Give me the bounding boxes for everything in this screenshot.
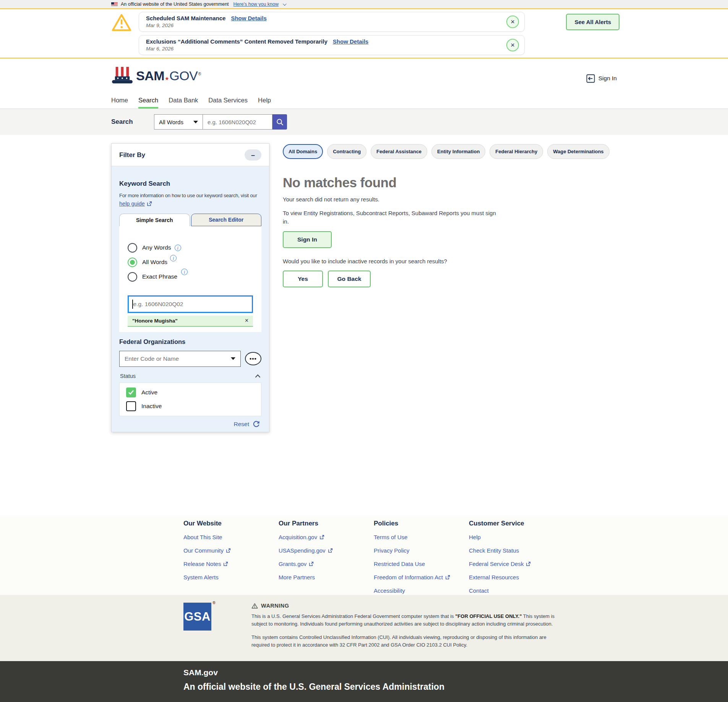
remove-tag-button[interactable]: ×: [245, 317, 248, 324]
pill-federal-hierarchy[interactable]: Federal Hierarchy: [490, 144, 543, 159]
nav-help[interactable]: Help: [258, 97, 271, 109]
warning-triangle-icon: [111, 12, 139, 55]
filter-by-title: Filter By: [119, 151, 145, 159]
tab-search-editor[interactable]: Search Editor: [191, 214, 262, 226]
chevron-down-icon: [283, 2, 287, 6]
gsa-logo: GSA®: [183, 603, 211, 631]
radio-circle[interactable]: [128, 272, 137, 282]
footer-link-foia[interactable]: Freedom of Information Act: [374, 574, 469, 580]
nav-data-bank[interactable]: Data Bank: [169, 97, 198, 109]
alert-close-button[interactable]: ×: [506, 16, 519, 28]
external-link-icon: [147, 201, 152, 206]
no-results-message: Your search did not return any results.: [283, 196, 617, 203]
sam-gov-logo[interactable]: SAM★GOV®: [111, 66, 201, 85]
footer-col-title: Policies: [374, 520, 469, 527]
alerts-section: Scheduled SAM MaintenanceShow Details Ma…: [0, 8, 728, 58]
gsa-registered-mark: ®: [212, 601, 216, 605]
info-icon[interactable]: i: [175, 245, 181, 251]
footer-link-terms-of-use[interactable]: Terms of Use: [374, 534, 469, 540]
search-button[interactable]: [272, 114, 287, 130]
footer-link-restricted-data-use[interactable]: Restricted Data Use: [374, 561, 469, 567]
checkbox-checked[interactable]: [126, 387, 136, 397]
footer-link-accessibility[interactable]: Accessibility: [374, 588, 469, 593]
footer-link-about-this-site[interactable]: About This Site: [183, 534, 279, 540]
footer-link-contact[interactable]: Contact: [469, 588, 564, 593]
sign-in-button[interactable]: Sign In: [283, 231, 332, 248]
yes-button[interactable]: Yes: [283, 271, 323, 287]
warning-paragraph-1: This is a U.S. General Services Administ…: [251, 613, 557, 627]
footer-link-privacy-policy[interactable]: Privacy Policy: [374, 548, 469, 553]
radio-circle[interactable]: [128, 243, 137, 253]
external-link-icon: [445, 575, 450, 580]
radio-exact-phrase[interactable]: Exact Phrase i: [128, 272, 253, 282]
footer-link-federal-service-desk[interactable]: Federal Service Desk: [469, 561, 564, 567]
footer-dark-band: SAM.gov An official website of the U.S. …: [0, 661, 728, 702]
alert-date: Mar 9, 2026: [146, 23, 501, 28]
nav-search[interactable]: Search: [138, 97, 158, 109]
keyword-input[interactable]: e.g. 1606N020Q02: [128, 295, 253, 313]
chevron-up-icon[interactable]: [255, 374, 261, 378]
radio-any-words[interactable]: Any Words i: [128, 243, 253, 253]
nav-data-services[interactable]: Data Services: [208, 97, 248, 109]
checkbox-unchecked[interactable]: [126, 401, 136, 411]
radio-circle-selected[interactable]: [128, 258, 137, 267]
search-input[interactable]: [203, 114, 272, 130]
more-options-button[interactable]: •••: [245, 352, 261, 365]
us-flag-icon: [111, 2, 118, 6]
show-details-link[interactable]: Show Details: [231, 15, 266, 21]
footer-link-check-entity-status[interactable]: Check Entity Status: [469, 548, 564, 553]
search-mode-select[interactable]: All Words: [154, 114, 203, 130]
footer-link-our-community[interactable]: Our Community: [183, 548, 279, 553]
pill-contracting[interactable]: Contracting: [327, 144, 366, 159]
pill-all-domains[interactable]: All Domains: [283, 144, 323, 159]
see-all-alerts-button[interactable]: See All Alerts: [566, 14, 619, 30]
footer: Our Website About This Site Our Communit…: [0, 515, 728, 702]
logo-registered-mark: ®: [198, 71, 201, 76]
keyword-search-description: For more information on how to use our k…: [119, 192, 261, 199]
results-area: All Domains Contracting Federal Assistan…: [283, 143, 617, 287]
external-link-icon: [226, 548, 231, 553]
how-you-know-link[interactable]: Here's how you know: [233, 2, 279, 7]
footer-sam-gov: SAM.gov: [183, 668, 728, 677]
alert-close-button[interactable]: ×: [506, 39, 519, 52]
external-link-icon: [319, 535, 324, 540]
collapse-filters-button[interactable]: –: [245, 149, 261, 161]
footer-link-grants-gov[interactable]: Grants.gov: [279, 561, 374, 567]
sign-in-link[interactable]: Sign In: [586, 74, 617, 83]
info-icon[interactable]: i: [181, 269, 188, 275]
footer-col-title: Our Website: [183, 520, 279, 527]
show-details-link[interactable]: Show Details: [333, 38, 368, 45]
pill-wage-determinations[interactable]: Wage Determinations: [547, 144, 609, 159]
footer-link-usaspending-gov[interactable]: USASpending.gov: [279, 548, 374, 553]
checkbox-active[interactable]: Active: [126, 387, 255, 397]
uncle-sam-hat-icon: [111, 66, 133, 85]
nav-home[interactable]: Home: [111, 97, 128, 109]
alert-banner: Exclusions “Additional Comments” Content…: [139, 35, 525, 55]
select-caret-icon: [231, 357, 235, 360]
reset-filters[interactable]: Reset: [119, 421, 261, 428]
footer-link-release-notes[interactable]: Release Notes: [183, 561, 279, 567]
tab-simple-search[interactable]: Simple Search: [119, 214, 190, 226]
footer-link-external-resources[interactable]: External Resources: [469, 574, 564, 580]
pill-entity-information[interactable]: Entity Information: [431, 144, 485, 159]
info-icon[interactable]: i: [170, 255, 177, 261]
go-back-button[interactable]: Go Back: [328, 271, 371, 287]
external-link-icon: [526, 561, 531, 566]
footer-link-help[interactable]: Help: [469, 534, 564, 540]
footer-link-more-partners[interactable]: More Partners: [279, 574, 374, 580]
keyword-search-title: Keyword Search: [119, 180, 261, 188]
federal-organizations-select[interactable]: Enter Code or Name: [119, 351, 241, 367]
gov-banner-text: An official website of the United States…: [121, 2, 229, 7]
keyword-placeholder: e.g. 1606N020Q02: [133, 301, 183, 308]
help-guide-link[interactable]: help guide: [119, 201, 145, 207]
pill-federal-assistance[interactable]: Federal Assistance: [371, 144, 427, 159]
footer-link-acquisition-gov[interactable]: Acquisition.gov: [279, 534, 374, 540]
radio-all-words[interactable]: All Words i: [128, 258, 253, 267]
gov-banner: An official website of the United States…: [0, 0, 728, 8]
sign-in-label: Sign In: [598, 75, 617, 82]
warning-icon: [251, 603, 258, 609]
text-cursor: [132, 300, 133, 309]
search-label: Search: [111, 118, 154, 126]
footer-link-system-alerts[interactable]: System Alerts: [183, 574, 279, 580]
checkbox-inactive[interactable]: Inactive: [126, 401, 255, 411]
